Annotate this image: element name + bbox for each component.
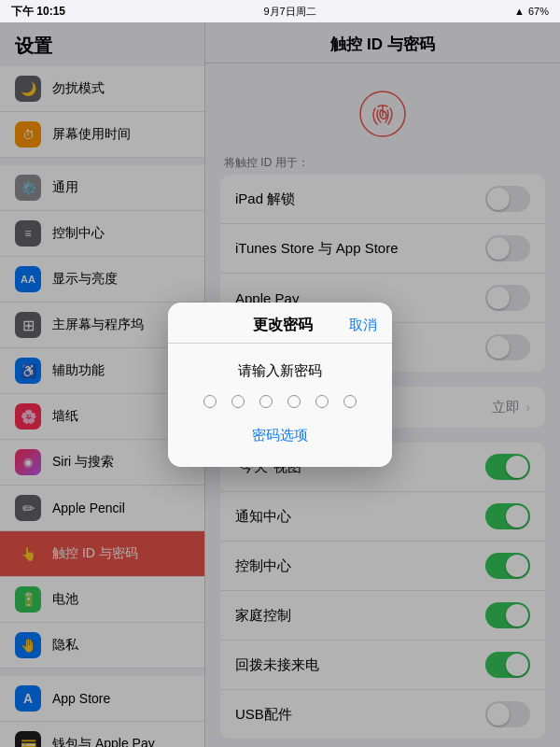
wifi-icon: ▲ bbox=[514, 6, 525, 17]
passcode-dots bbox=[203, 395, 357, 408]
dot-2 bbox=[231, 395, 245, 408]
dot-5 bbox=[315, 395, 329, 408]
status-bar: 下午 10:15 9月7日周二 ▲ 67% bbox=[0, 0, 560, 22]
status-time: 下午 10:15 bbox=[11, 4, 65, 20]
dot-6 bbox=[343, 395, 357, 408]
passcode-options-button[interactable]: 密码选项 bbox=[252, 423, 308, 448]
modal-prompt: 请输入新密码 bbox=[238, 362, 322, 380]
dot-4 bbox=[287, 395, 301, 408]
modal-header: 更改密码 取消 bbox=[168, 303, 392, 344]
status-date: 9月7日周二 bbox=[263, 5, 315, 19]
modal-title: 更改密码 bbox=[217, 316, 349, 335]
modal-body: 请输入新密码 密码选项 bbox=[168, 344, 392, 467]
modal-overlay[interactable]: 更改密码 取消 请输入新密码 密码选项 bbox=[0, 22, 560, 747]
dot-3 bbox=[259, 395, 273, 408]
status-right: ▲ 67% bbox=[514, 6, 549, 17]
battery-text: 67% bbox=[528, 6, 549, 17]
dot-1 bbox=[203, 395, 217, 408]
change-password-modal: 更改密码 取消 请输入新密码 密码选项 bbox=[168, 303, 392, 467]
modal-cancel-button[interactable]: 取消 bbox=[349, 317, 377, 334]
